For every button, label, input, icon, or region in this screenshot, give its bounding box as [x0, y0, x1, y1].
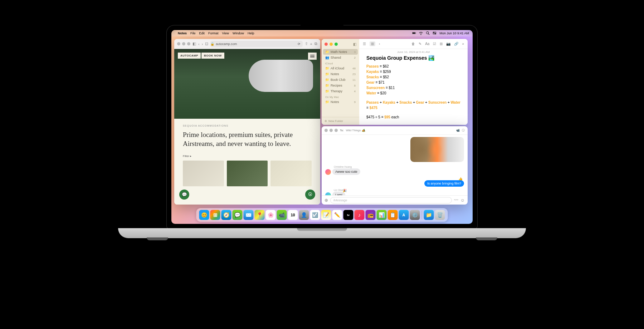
spotlight-icon[interactable]: [426, 31, 430, 36]
close-button[interactable]: [325, 43, 328, 46]
accommodation-thumb[interactable]: [270, 161, 312, 186]
dock-facetime[interactable]: 📹: [277, 210, 287, 220]
minimize-button[interactable]: [330, 129, 333, 132]
menubar-app-name[interactable]: Notes: [178, 31, 187, 35]
minimize-button[interactable]: [330, 43, 333, 46]
folder-item[interactable]: 📁Therapy4: [323, 88, 358, 94]
dock-messages[interactable]: 💬: [233, 210, 243, 220]
dock-mail[interactable]: ✉️: [244, 210, 254, 220]
info-icon[interactable]: ⓘ: [462, 128, 465, 132]
expense-line[interactable]: Gear = $71: [366, 80, 460, 85]
hamburger-menu[interactable]: [308, 53, 317, 60]
book-now-button[interactable]: BOOK NOW: [201, 53, 224, 59]
back-button[interactable]: ‹: [198, 42, 200, 46]
dock-tv[interactable]: tv: [343, 210, 353, 220]
sidebar-toggle-icon[interactable]: ◧: [192, 41, 196, 46]
expense-line[interactable]: Snacks = $52: [366, 74, 460, 80]
avatar[interactable]: [325, 192, 331, 195]
accessibility-button[interactable]: ⦿: [305, 190, 315, 200]
dock-finder[interactable]: 😊: [199, 210, 209, 220]
minimize-button[interactable]: [182, 42, 185, 45]
compose-icon[interactable]: ✎: [419, 42, 421, 46]
audio-icon[interactable]: 〰: [454, 198, 458, 203]
dock-notes[interactable]: 📝: [321, 210, 331, 220]
table-icon[interactable]: ⊞: [440, 42, 443, 46]
expense-line[interactable]: Water = $20: [366, 90, 460, 96]
image-message[interactable]: [410, 137, 464, 162]
dock-podcasts[interactable]: 📻: [366, 210, 376, 220]
close-button[interactable]: [325, 129, 328, 132]
menubar-item-format[interactable]: Format: [208, 31, 219, 35]
menubar-clock[interactable]: Mon Jun 10 9:41 AM: [439, 31, 469, 35]
dock-safari[interactable]: 🧭: [221, 210, 231, 220]
dock-settings[interactable]: ⚙️: [410, 210, 420, 220]
wifi-icon[interactable]: [419, 31, 423, 36]
sidebar-toggle-icon[interactable]: ◧: [353, 42, 356, 46]
dock-music[interactable]: ♪: [355, 210, 365, 220]
conversation-name[interactable]: Wild Things 🏕️: [346, 129, 365, 132]
tabs-icon[interactable]: ⧉: [314, 41, 317, 46]
zoom-button[interactable]: [335, 129, 338, 132]
privacy-icon[interactable]: ⊡: [205, 41, 208, 46]
gallery-view-icon[interactable]: ⊞: [370, 41, 375, 46]
media-icon[interactable]: 📷: [446, 42, 450, 46]
emoji-icon[interactable]: ☺: [460, 198, 465, 203]
dock-contacts[interactable]: 👤: [299, 210, 309, 220]
folder-item[interactable]: 📁Math Notes3: [323, 49, 358, 55]
accommodation-thumb[interactable]: [183, 161, 224, 186]
dock-appstore[interactable]: A: [399, 210, 409, 220]
expense-line[interactable]: Kayaks = $259: [366, 69, 460, 74]
menubar-item-view[interactable]: View: [222, 31, 229, 35]
new-tab-icon[interactable]: +: [310, 42, 312, 46]
folder-item[interactable]: 📁Notes9: [323, 99, 358, 105]
dock-freeform[interactable]: ✏️: [332, 210, 342, 220]
more-icon[interactable]: »: [462, 42, 464, 46]
menubar-item-window[interactable]: Window: [233, 31, 244, 35]
zoom-button[interactable]: [187, 42, 190, 45]
zoom-button[interactable]: [335, 43, 338, 46]
dock-keynote[interactable]: 📋: [388, 210, 398, 220]
reload-icon[interactable]: ⟳: [298, 42, 301, 46]
note-sum-line[interactable]: Passes + Kayaks + Snacks + Gear + Sunscr…: [366, 100, 460, 111]
apps-icon[interactable]: ⊕: [325, 198, 328, 203]
avatar[interactable]: [325, 169, 331, 175]
address-bar[interactable]: 🔒 autocamp.com ⟳: [210, 41, 302, 47]
dock-maps[interactable]: 📍: [255, 210, 265, 220]
menubar-item-edit[interactable]: Edit: [199, 31, 205, 35]
folder-item[interactable]: 📁All iCloud48: [323, 65, 358, 71]
message-bubble-outgoing[interactable]: Is anyone bringing film?: [424, 180, 464, 187]
dock-reminders[interactable]: ☑️: [310, 210, 320, 220]
dock-trash[interactable]: 🗑️: [435, 210, 445, 220]
expense-line[interactable]: Passes = $62: [366, 64, 460, 69]
back-icon[interactable]: ‹: [379, 42, 380, 46]
chat-button[interactable]: 💬: [179, 190, 189, 200]
folder-item[interactable]: 👥Shared2: [323, 55, 358, 60]
list-view-icon[interactable]: ☰: [363, 42, 366, 46]
note-title[interactable]: Sequoia Group Expenses 🏞️: [366, 55, 460, 61]
checklist-icon[interactable]: ☑: [433, 42, 436, 46]
folder-item[interactable]: 📁Notes23: [323, 71, 358, 77]
message-input[interactable]: iMessage: [330, 197, 452, 203]
tapback-reaction[interactable]: 🎉: [343, 189, 347, 192]
message-bubble[interactable]: Awww soo cute: [332, 168, 360, 175]
filter-button[interactable]: Filter ▸: [183, 154, 312, 158]
folder-item[interactable]: 📁Recipes8: [323, 83, 358, 88]
site-logo[interactable]: AUTOCAMP: [178, 53, 201, 59]
folder-item[interactable]: 📁Book Club11: [323, 77, 358, 83]
menubar-item-file[interactable]: File: [190, 31, 196, 35]
delete-icon[interactable]: 🗑: [411, 42, 415, 46]
facetime-icon[interactable]: 📹: [456, 129, 460, 132]
control-center-icon[interactable]: [433, 31, 436, 36]
dock-photos[interactable]: 🌸: [266, 210, 276, 220]
messages-thread[interactable]: Christine HuangAwww soo cute👍Is anyone b…: [322, 135, 468, 195]
link-icon[interactable]: 🔗: [454, 42, 458, 46]
format-icon[interactable]: Aa: [425, 42, 429, 46]
share-icon[interactable]: ⇧: [305, 41, 308, 46]
dock-numbers[interactable]: 📊: [377, 210, 387, 220]
new-folder-button[interactable]: ⊕ New Folder: [322, 117, 359, 125]
dock-downloads[interactable]: 📁: [424, 210, 434, 220]
dock-launchpad[interactable]: ⊞: [210, 210, 220, 220]
battery-icon[interactable]: [412, 31, 416, 36]
forward-button[interactable]: ›: [202, 42, 203, 46]
expense-line[interactable]: Sunscreen = $11: [366, 85, 460, 90]
